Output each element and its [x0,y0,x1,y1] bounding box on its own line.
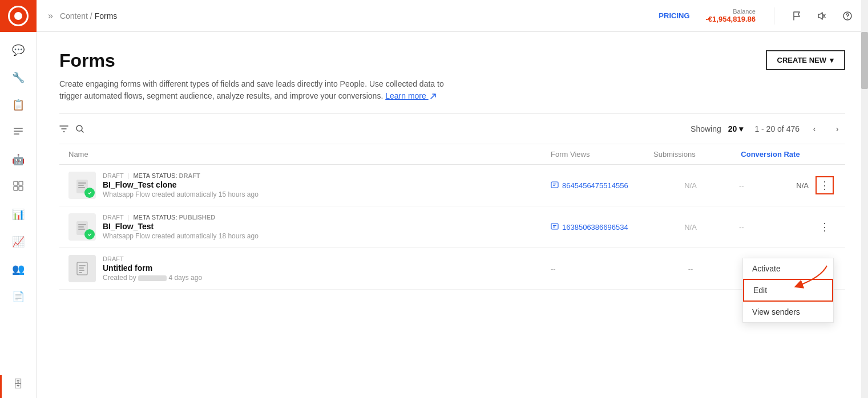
row-meta: DRAFT | META STATUS: PUBLISHED BI_Flow_T… [103,214,259,240]
sidebar-item-people[interactable]: 👥 [0,255,36,283]
sidebar-item-archive[interactable]: 🗄 [0,371,36,398]
svg-point-8 [847,18,847,18]
balance-value: -€1,954,819.86 [706,15,756,23]
whatsapp-badge [84,229,95,239]
col-conversion-row2: -- [739,223,744,232]
breadcrumb-separator: / [90,11,95,21]
scrollbar-thumb[interactable] [861,32,868,89]
next-page-button[interactable]: › [829,121,845,137]
col-views: 8645456475514556 [551,181,653,190]
svg-rect-4 [19,181,23,185]
more-options-button-row1[interactable]: ⋮ [815,176,834,194]
topbar: » Content / Forms PRICING Balance -€1,95… [37,0,868,32]
context-menu: Activate Edit View senders [742,258,834,323]
row-icon [68,172,96,199]
balance-display: Balance -€1,954,819.86 [706,8,756,23]
row-name: BI_Flow_Test clone [103,180,259,189]
svg-rect-13 [78,187,85,188]
docs-icon: 📄 [12,290,25,303]
col-na-row1: N/A [796,181,809,190]
active-indicator [0,375,2,398]
sidebar-item-code[interactable]: 🔧 [0,64,36,91]
svg-rect-1 [14,131,23,132]
scrollbar-track[interactable] [861,32,868,398]
row-description: Created by 4 days ago [103,274,202,282]
breadcrumb: Content / Forms [60,11,117,21]
chat-icon: 💬 [12,44,25,56]
sidebar-item-chat[interactable]: 💬 [0,36,36,64]
bot-icon: 🤖 [12,153,25,166]
col-conversion-row1: -- [739,181,744,190]
app-logo[interactable] [0,0,37,32]
table-row: DRAFT | META STATUS: DRAFT BI_Flow_Test … [59,165,845,206]
svg-rect-29 [79,270,84,271]
sidebar-item-campaigns[interactable]: 📋 [0,91,36,119]
sidebar-item-chart[interactable]: 📈 [0,228,36,255]
col-submissions: N/A [653,181,728,190]
expand-sidebar-button[interactable]: » [48,11,53,21]
showing-count-chevron: ▾ [739,124,743,133]
svg-rect-30 [79,272,82,273]
row-description: Whatsapp Flow created automatically 18 h… [103,232,259,240]
sidebar-item-flows[interactable] [0,119,36,146]
sidebar-item-bot[interactable]: 🤖 [0,146,36,173]
filter-button[interactable] [59,124,68,133]
page-description: Create engaging forms with different typ… [59,78,447,102]
row-draft-label: DRAFT [103,172,123,179]
row-status-line: DRAFT | META STATUS: PUBLISHED [103,214,259,221]
svg-rect-15 [551,182,558,188]
table-header: Name Form Views Submissions Conversion R… [59,144,845,165]
edit-label: Edit [753,286,767,295]
main-area: » Content / Forms PRICING Balance -€1,95… [37,0,868,398]
context-menu-view-senders[interactable]: View senders [743,302,833,322]
svg-rect-11 [78,182,86,184]
showing-count-select[interactable]: 20 ▾ [728,124,744,133]
logo-circle [8,6,29,26]
page-header: Forms Create engaging forms with differe… [59,50,845,102]
grid-icon [13,181,23,194]
pricing-link[interactable]: PRICING [659,11,689,20]
chevron-down-icon: ▾ [830,56,834,64]
page-range: 1 - 20 of 476 [754,124,800,133]
sidebar-item-analytics[interactable]: 📊 [0,201,36,228]
showing-count-value: 20 [728,124,737,133]
context-menu-activate[interactable]: Activate [743,258,833,279]
help-button[interactable] [838,7,857,25]
redacted-user [138,275,167,281]
mute-button[interactable] [813,7,831,25]
row-meta: DRAFT Untitled form Created by 4 days ag… [103,255,202,282]
col-header-name: Name [68,150,551,159]
sidebar-item-grid[interactable] [0,173,36,201]
svg-rect-3 [14,181,18,185]
sidebar-item-docs[interactable]: 📄 [0,283,36,310]
col-actions: ⋮ [813,176,836,194]
svg-rect-12 [78,185,84,186]
people-icon: 👥 [12,263,25,275]
col-header-submissions: Submissions [653,150,728,159]
page-header-left: Forms Create engaging forms with differe… [59,50,447,102]
breadcrumb-parent[interactable]: Content [60,11,88,21]
col-views-value: 8645456475514556 [562,181,628,190]
search-button[interactable] [75,124,84,133]
flag-button[interactable] [788,7,806,25]
svg-rect-2 [14,133,19,135]
archive-icon: 🗄 [13,379,23,391]
svg-rect-25 [553,227,555,228]
sidebar: 💬 🔧 📋 🤖 📊 📈 [0,0,37,398]
row-status-line: DRAFT | META STATUS: DRAFT [103,172,259,179]
row-draft-label: DRAFT [103,255,124,262]
create-new-label: CREATE NEW [777,56,826,64]
create-new-button[interactable]: CREATE NEW ▾ [766,50,845,70]
view-senders-label: View senders [752,307,800,316]
row-name: BI_Flow_Test [103,222,259,231]
row-icon [68,213,96,241]
more-options-button-row2[interactable]: ⋮ [815,218,834,236]
analytics-icon: 📊 [12,208,25,221]
learn-more-link[interactable]: Learn more [385,91,436,100]
balance-label: Balance [733,8,756,15]
row-draft-label: DRAFT [103,214,123,221]
svg-point-14 [87,190,92,196]
table-row: DRAFT Untitled form Created by 4 days ag… [59,248,845,290]
prev-page-button[interactable]: ‹ [806,121,822,137]
context-menu-edit[interactable]: Edit [743,279,833,302]
